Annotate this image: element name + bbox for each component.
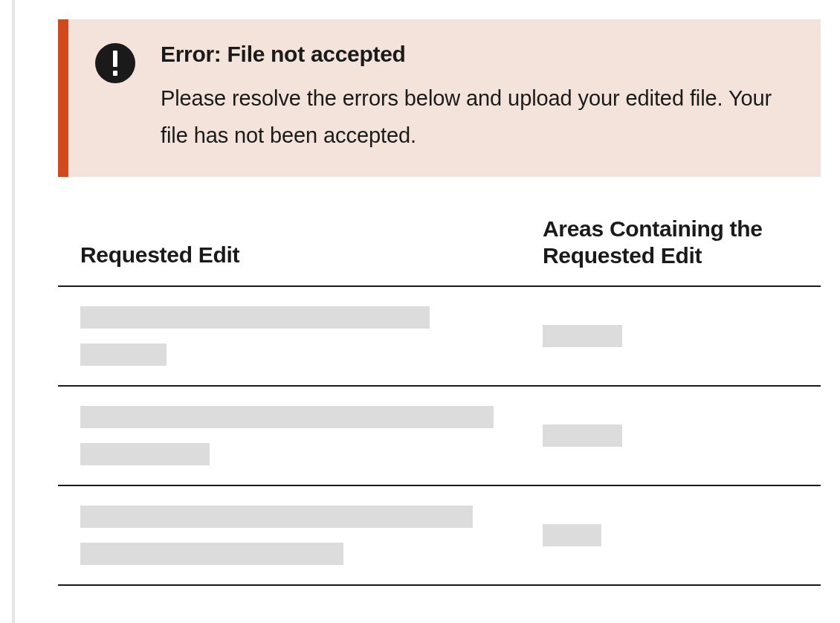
table-row [58, 387, 821, 486]
table-body [58, 287, 821, 586]
svg-rect-1 [113, 71, 117, 76]
column-header-requested-edit: Requested Edit [80, 242, 543, 269]
cell-requested-edit [80, 306, 543, 366]
placeholder-bar [543, 425, 622, 447]
left-rail-divider [12, 0, 15, 623]
cell-areas [543, 325, 798, 347]
placeholder-bar [543, 325, 622, 347]
cell-areas [543, 425, 798, 447]
table-row [58, 287, 821, 387]
cell-requested-edit [80, 506, 543, 565]
placeholder-bar [80, 543, 343, 565]
placeholder-bar [80, 406, 494, 428]
table-row [58, 486, 821, 586]
placeholder-bar [543, 524, 601, 546]
edits-table: Requested Edit Areas Containing the Requ… [58, 216, 821, 586]
table-header: Requested Edit Areas Containing the Requ… [58, 216, 821, 287]
alert-message: Please resolve the errors below and uplo… [161, 80, 791, 155]
placeholder-bar [80, 506, 473, 528]
placeholder-bar [80, 306, 430, 329]
error-alert: Error: File not accepted Please resolve … [58, 19, 821, 177]
alert-title: Error: File not accepted [161, 42, 791, 67]
exclamation-icon [95, 43, 135, 83]
cell-requested-edit [80, 406, 543, 465]
svg-rect-0 [113, 51, 117, 67]
cell-areas [543, 524, 798, 546]
alert-body: Error: File not accepted Please resolve … [161, 42, 791, 155]
main-content: Error: File not accepted Please resolve … [58, 0, 840, 586]
placeholder-bar [80, 443, 210, 465]
column-header-areas: Areas Containing the Requested Edit [543, 216, 798, 269]
placeholder-bar [80, 343, 167, 366]
